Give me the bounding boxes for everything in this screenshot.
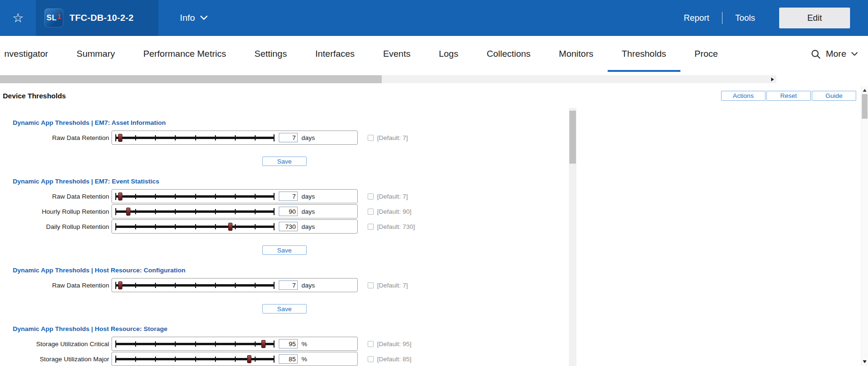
threshold-label: Raw Data Retention xyxy=(0,193,112,200)
slider-box: % xyxy=(112,352,358,366)
scroll-down-arrow[interactable] xyxy=(861,358,868,365)
info-dropdown[interactable]: Info xyxy=(180,13,207,23)
slider-tick xyxy=(255,357,256,362)
slider-tick xyxy=(155,194,156,199)
slider-tick xyxy=(274,282,275,289)
threshold-label: Daily Rollup Retention xyxy=(0,223,112,230)
threshold-slider[interactable] xyxy=(115,133,275,143)
scroll-right-arrow[interactable] xyxy=(768,75,776,83)
scroll-up-arrow[interactable] xyxy=(861,87,868,94)
tab-collections[interactable]: Collections xyxy=(473,36,545,72)
reset-button[interactable]: Reset xyxy=(766,91,811,101)
threshold-slider[interactable] xyxy=(115,354,275,364)
tools-button[interactable]: Tools xyxy=(722,13,768,23)
tab-thresholds[interactable]: Thresholds xyxy=(608,36,680,72)
content-vertical-scrollbar[interactable] xyxy=(569,108,576,366)
tab-performance-metrics[interactable]: Performance Metrics xyxy=(129,36,240,72)
threshold-slider[interactable] xyxy=(115,192,275,201)
threshold-unit: % xyxy=(301,340,307,348)
save-button[interactable]: Save xyxy=(262,245,307,255)
search-icon[interactable] xyxy=(811,49,821,59)
favorite-star-icon[interactable]: ☆ xyxy=(0,12,36,25)
slider-tick xyxy=(115,193,116,200)
threshold-unit: days xyxy=(301,208,315,215)
tab-interfaces[interactable]: Interfaces xyxy=(301,36,369,72)
threshold-value-input[interactable] xyxy=(279,207,298,216)
tab-monitors[interactable]: Monitors xyxy=(545,36,608,72)
threshold-unit: days xyxy=(301,193,315,200)
threshold-value-input[interactable] xyxy=(279,354,298,364)
report-button[interactable]: Report xyxy=(671,13,722,23)
tab-summary[interactable]: Summary xyxy=(62,36,129,72)
restore-default-checkbox[interactable] xyxy=(368,341,374,347)
restore-default-checkbox[interactable] xyxy=(368,224,374,230)
tab-proce[interactable]: Proce xyxy=(680,36,732,72)
brand-panel: SL 1 TFC-DB-10-2-2 xyxy=(36,0,158,36)
slider-tick xyxy=(215,224,216,229)
slider-tick xyxy=(215,357,216,362)
slider-tick xyxy=(135,341,136,347)
restore-default-checkbox[interactable] xyxy=(368,282,374,288)
threshold-slider[interactable] xyxy=(115,207,275,217)
page-scrollbar-thumb[interactable] xyxy=(862,94,868,119)
chevron-down-icon xyxy=(200,16,207,20)
slider-tick xyxy=(115,223,116,230)
slider-tick xyxy=(135,357,136,362)
tab-logs[interactable]: Logs xyxy=(425,36,473,72)
save-row: Save xyxy=(0,304,569,314)
section-title-link[interactable]: Dynamic App Thresholds | EM7: Asset Info… xyxy=(13,119,569,126)
threshold-slider[interactable] xyxy=(115,280,275,290)
restore-default-checkbox[interactable] xyxy=(368,135,374,141)
threshold-value-input[interactable] xyxy=(279,192,298,201)
threshold-value-input[interactable] xyxy=(279,280,298,290)
slider-tick xyxy=(175,357,176,362)
save-button[interactable]: Save xyxy=(262,157,307,166)
chevron-down-icon xyxy=(851,52,858,56)
more-menu[interactable]: More xyxy=(804,36,858,72)
slider-handle[interactable] xyxy=(228,223,232,231)
default-value-label: [Default: 95] xyxy=(377,340,412,348)
tab-settings[interactable]: Settings xyxy=(241,36,301,72)
horizontal-scrollbar-thumb[interactable] xyxy=(0,75,382,83)
slider-tick xyxy=(215,135,216,140)
tab-events[interactable]: Events xyxy=(369,36,425,72)
threshold-value-input[interactable] xyxy=(279,222,298,231)
slider-tick xyxy=(255,194,256,199)
default-value-label: [Default: 7] xyxy=(377,282,408,289)
slider-handle[interactable] xyxy=(247,355,251,363)
slider-handle[interactable] xyxy=(118,192,122,200)
slider-tick xyxy=(274,134,275,141)
threshold-slider[interactable] xyxy=(115,222,275,232)
slider-tick xyxy=(235,209,236,214)
slider-tick xyxy=(195,224,196,229)
guide-button[interactable]: Guide xyxy=(812,91,856,101)
threshold-section: Dynamic App Thresholds | EM7: Event Stat… xyxy=(0,178,569,255)
tab-nvestigator[interactable]: nvestigator xyxy=(0,36,62,72)
restore-default-checkbox[interactable] xyxy=(368,209,374,215)
edit-button[interactable]: Edit xyxy=(779,8,850,28)
slider-handle[interactable] xyxy=(118,134,122,142)
section-title-link[interactable]: Dynamic App Thresholds | Host Resource: … xyxy=(13,325,569,332)
threshold-unit: days xyxy=(301,223,315,230)
threshold-value-input[interactable] xyxy=(279,133,298,142)
section-title-link[interactable]: Dynamic App Thresholds | EM7: Event Stat… xyxy=(13,178,569,185)
slider-tick xyxy=(135,283,136,288)
default-value-label: [Default: 85] xyxy=(377,356,412,363)
content-scrollbar-thumb[interactable] xyxy=(569,111,576,164)
slider-tick xyxy=(135,135,136,140)
slider-handle[interactable] xyxy=(118,281,122,289)
actions-button[interactable]: Actions xyxy=(721,91,765,101)
restore-default-checkbox[interactable] xyxy=(368,356,374,362)
save-button[interactable]: Save xyxy=(262,304,307,314)
slider-handle[interactable] xyxy=(261,340,266,348)
section-title-link[interactable]: Dynamic App Thresholds | Host Resource: … xyxy=(13,267,569,274)
slider-handle[interactable] xyxy=(126,208,130,216)
slider-tick xyxy=(115,134,116,141)
horizontal-scrollbar[interactable] xyxy=(0,75,776,83)
threshold-slider[interactable] xyxy=(115,339,275,349)
page-vertical-scrollbar[interactable] xyxy=(861,86,868,366)
slider-tick xyxy=(195,341,196,347)
restore-default-checkbox[interactable] xyxy=(368,193,374,200)
threshold-value-input[interactable] xyxy=(279,339,298,349)
slider-tick xyxy=(235,135,236,140)
